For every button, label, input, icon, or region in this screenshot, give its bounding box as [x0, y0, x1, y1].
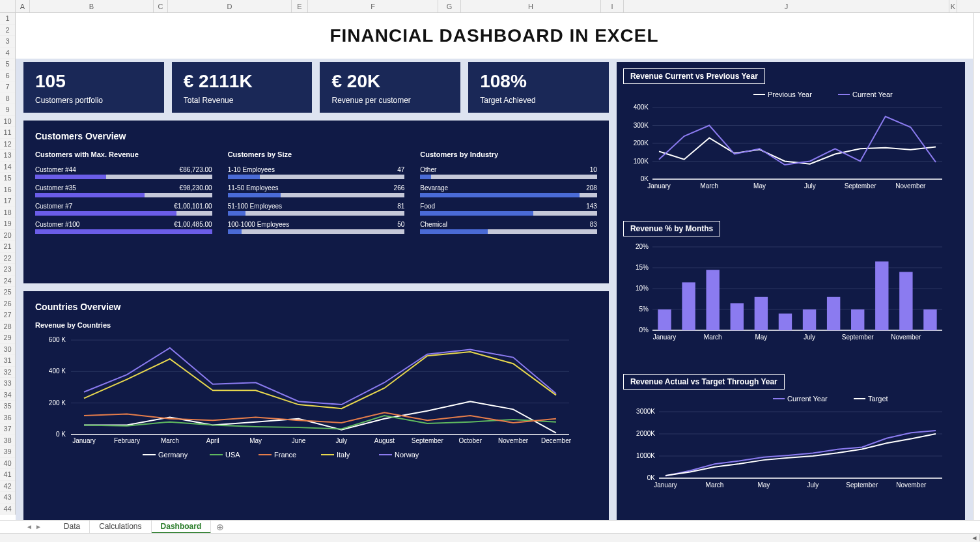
row-header-15[interactable]: 15 [0, 173, 15, 184]
svg-text:400 K: 400 K [49, 367, 66, 375]
col-header-I[interactable]: I [601, 0, 624, 12]
bar-row: Customer #7€1,00,101.00 [35, 203, 212, 216]
row-header-13[interactable]: 13 [0, 150, 15, 162]
row-header-41[interactable]: 41 [0, 469, 15, 481]
row-header-18[interactable]: 18 [0, 207, 15, 219]
select-all-corner[interactable] [0, 0, 16, 12]
column-header-row: ABCDEFGHIJK [0, 0, 980, 13]
row-header-25[interactable]: 25 [0, 287, 15, 298]
svg-text:July: July [804, 334, 815, 341]
row-header-34[interactable]: 34 [0, 390, 15, 401]
revenue-vs-prev-panel: Revenue Current vs Previous Year 0K100K2… [617, 62, 965, 214]
svg-text:300K: 300K [634, 122, 649, 129]
row-header-4[interactable]: 4 [0, 48, 15, 59]
row-header-6[interactable]: 6 [0, 70, 15, 82]
sheet-tab-dashboard[interactable]: Dashboard [152, 521, 212, 534]
col-header-J[interactable]: J [624, 0, 949, 12]
col-header-D[interactable]: D [168, 0, 292, 12]
row-header-9[interactable]: 9 [0, 104, 15, 116]
svg-text:May: May [753, 182, 766, 190]
row-header-20[interactable]: 20 [0, 230, 15, 242]
svg-rect-68 [731, 304, 744, 331]
svg-text:0 K: 0 K [56, 431, 66, 438]
bar-row: Customer #35€98,230.00 [35, 184, 212, 197]
col-header-G[interactable]: G [438, 0, 461, 12]
svg-text:France: France [274, 451, 296, 459]
customers-overview-panel: Customers Overview Customers with Max. R… [23, 121, 609, 283]
row-header-2[interactable]: 2 [0, 25, 15, 36]
row-header-38[interactable]: 38 [0, 435, 15, 447]
bar-row: Customer #100€1,00,485.00 [35, 221, 212, 234]
row-header-32[interactable]: 32 [0, 367, 15, 378]
col-header-K[interactable]: K [949, 0, 957, 12]
svg-text:2000K: 2000K [636, 430, 655, 437]
svg-text:March: March [704, 334, 722, 341]
row-header-22[interactable]: 22 [0, 253, 15, 264]
svg-text:September: September [412, 437, 444, 444]
svg-text:15%: 15% [636, 264, 649, 271]
row-header-33[interactable]: 33 [0, 378, 15, 390]
row-header-7[interactable]: 7 [0, 81, 15, 93]
revenue-target-chart: 0K1000K2000K3000KJanuaryMarchMayJulySept… [623, 392, 949, 496]
row-header-24[interactable]: 24 [0, 276, 15, 287]
col-header-B[interactable]: B [30, 0, 154, 12]
row-header-11[interactable]: 11 [0, 127, 15, 139]
tab-nav-prev-icon[interactable]: ◄ [26, 523, 33, 530]
svg-text:October: October [458, 437, 482, 444]
row-header-12[interactable]: 12 [0, 139, 15, 150]
col-header-F[interactable]: F [308, 0, 438, 12]
revenue-target-panel: Revenue Actual vs Target Through Year 0K… [617, 367, 965, 520]
svg-text:0K: 0K [641, 175, 649, 182]
svg-rect-69 [755, 297, 768, 330]
row-header-42[interactable]: 42 [0, 481, 15, 492]
add-sheet-icon[interactable]: ⊕ [216, 522, 224, 532]
svg-text:March: March [705, 481, 723, 489]
row-header-10[interactable]: 10 [0, 116, 15, 128]
row-header-37[interactable]: 37 [0, 423, 15, 435]
sheet-tab-calculations[interactable]: Calculations [90, 521, 151, 534]
sheet-tab-data[interactable]: Data [55, 521, 90, 534]
col-header-H[interactable]: H [461, 0, 601, 12]
max-revenue-col: Customers with Max. Revenue Customer #44… [35, 150, 212, 239]
row-header-44[interactable]: 44 [0, 504, 15, 515]
tab-nav-next-icon[interactable]: ► [35, 523, 42, 530]
row-header-39[interactable]: 39 [0, 446, 15, 458]
row-header-36[interactable]: 36 [0, 412, 15, 424]
row-header-16[interactable]: 16 [0, 184, 15, 196]
row-header-3[interactable]: 3 [0, 36, 15, 48]
horizontal-scrollbar[interactable]: ◄ [0, 533, 980, 542]
row-header-35[interactable]: 35 [0, 401, 15, 412]
row-header-30[interactable]: 30 [0, 344, 15, 356]
svg-text:November: November [891, 334, 921, 341]
svg-text:May: May [249, 437, 262, 444]
row-header-14[interactable]: 14 [0, 162, 15, 173]
row-header-1[interactable]: 1 [0, 13, 15, 25]
row-header-26[interactable]: 26 [0, 298, 15, 310]
svg-text:5%: 5% [639, 306, 649, 313]
row-header-27[interactable]: 27 [0, 309, 15, 321]
kpi-row: 105Customers portfolio€ 2111KTotal Reven… [23, 62, 609, 113]
row-header-21[interactable]: 21 [0, 241, 15, 253]
col-header-A[interactable]: A [16, 0, 30, 12]
svg-text:February: February [114, 437, 140, 444]
row-header-43[interactable]: 43 [0, 492, 15, 504]
row-header-8[interactable]: 8 [0, 93, 15, 105]
row-header-31[interactable]: 31 [0, 355, 15, 367]
row-header-23[interactable]: 23 [0, 264, 15, 276]
svg-rect-63 [658, 309, 671, 330]
row-header-40[interactable]: 40 [0, 458, 15, 470]
bar-row: Chemical83 [420, 221, 597, 234]
bar-row: 51-100 Employees81 [228, 203, 405, 216]
col-header-E[interactable]: E [292, 0, 308, 12]
row-header-17[interactable]: 17 [0, 195, 15, 207]
row-header-28[interactable]: 28 [0, 321, 15, 333]
row-header-5[interactable]: 5 [0, 59, 15, 70]
svg-text:June: June [292, 437, 306, 444]
row-header-19[interactable]: 19 [0, 218, 15, 230]
row-header-29[interactable]: 29 [0, 332, 15, 344]
revenue-vs-prev-chart: 0K100K200K300K400KJanuaryMarchMayJulySep… [623, 87, 949, 197]
svg-text:Norway: Norway [395, 451, 419, 459]
svg-text:0K: 0K [647, 474, 656, 481]
kpi-label: Revenue per customer [331, 96, 449, 105]
col-header-C[interactable]: C [154, 0, 168, 12]
